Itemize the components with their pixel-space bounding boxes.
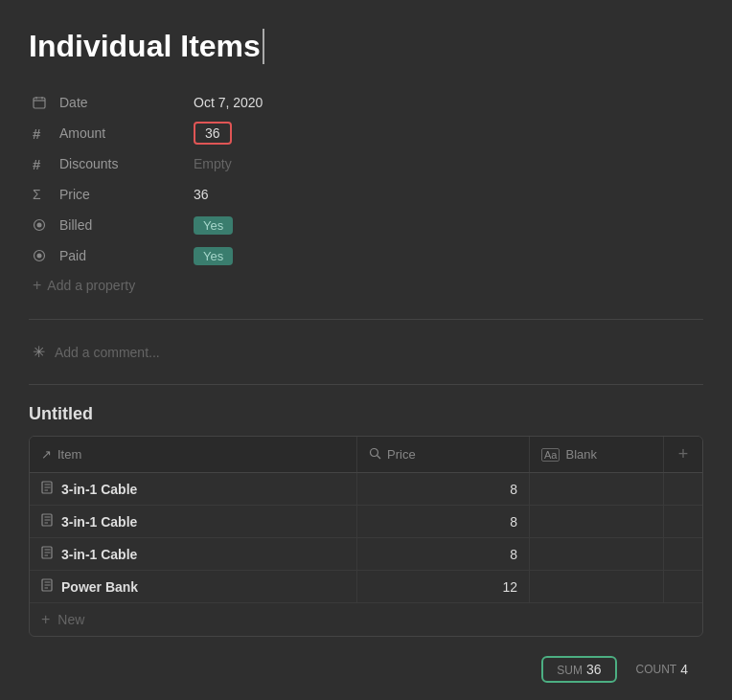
- add-property-plus-icon: +: [33, 277, 41, 294]
- add-property-label: Add a property: [47, 278, 135, 293]
- billed-property-row[interactable]: Billed Yes: [29, 210, 703, 240]
- doc-icon-2: [41, 513, 54, 530]
- billed-circle-icon: [33, 218, 59, 232]
- price-cell-3[interactable]: 8: [357, 538, 530, 570]
- amount-label: Amount: [59, 125, 194, 141]
- amount-badge: 36: [194, 122, 232, 145]
- billed-label: Billed: [59, 217, 194, 233]
- price-cell-4[interactable]: 12: [357, 571, 530, 602]
- extra-cell-3: [664, 538, 702, 570]
- column-blank-label: Blank: [565, 447, 597, 462]
- extra-cell-1: [664, 473, 702, 505]
- svg-point-7: [37, 254, 42, 259]
- table-row[interactable]: 3-in-1 Cable 8: [30, 538, 702, 571]
- arrow-up-right-icon: ↗: [41, 447, 52, 462]
- sum-value: 36: [586, 662, 602, 677]
- svg-line-9: [377, 455, 381, 459]
- price-value-1: 8: [510, 482, 517, 497]
- sum-label: SUM: [557, 664, 583, 677]
- text-icon: Aa: [541, 448, 560, 462]
- column-price-label: Price: [387, 447, 416, 462]
- database-section: Untitled ↗ Item Price Aa Blank +: [29, 404, 703, 694]
- svg-point-5: [37, 223, 42, 228]
- discounts-property-row[interactable]: # Discounts Empty: [29, 148, 703, 179]
- divider-2: [29, 384, 703, 385]
- table-row[interactable]: Power Bank 12: [30, 571, 702, 603]
- price-value-3: 8: [510, 547, 517, 562]
- count-section: COUNT 4: [636, 662, 688, 677]
- price-value-2: 8: [510, 514, 517, 530]
- blank-cell-3[interactable]: [530, 538, 664, 570]
- item-name-3: 3-in-1 Cable: [61, 547, 137, 562]
- table-row[interactable]: 3-in-1 Cable 8: [30, 473, 702, 506]
- date-property-row[interactable]: Date Oct 7, 2020: [29, 87, 703, 118]
- amount-value[interactable]: 36: [194, 125, 232, 141]
- new-row-button[interactable]: + New: [30, 603, 702, 636]
- page-title: Individual Items: [29, 29, 264, 64]
- paid-value[interactable]: Yes: [194, 248, 233, 263]
- sigma-icon: Σ: [33, 187, 59, 202]
- count-label: COUNT: [636, 663, 677, 676]
- doc-icon-4: [41, 578, 54, 595]
- table-row[interactable]: 3-in-1 Cable 8: [30, 506, 702, 538]
- doc-icon-3: [41, 546, 54, 562]
- database-title: Untitled: [29, 404, 703, 424]
- add-comment-row[interactable]: ✳ Add a comment...: [29, 335, 703, 369]
- column-item-label: Item: [57, 447, 81, 462]
- sum-badge: SUM36: [541, 656, 616, 683]
- column-header-item[interactable]: ↗ Item: [30, 437, 357, 472]
- blank-cell-1[interactable]: [530, 473, 664, 505]
- billed-badge: Yes: [194, 216, 233, 235]
- comment-asterisk-icon: ✳: [33, 343, 45, 361]
- item-name-4: Power Bank: [61, 579, 138, 595]
- extra-cell-2: [664, 506, 702, 537]
- discounts-hash-icon: #: [33, 156, 59, 172]
- database-table: ↗ Item Price Aa Blank +: [29, 436, 703, 637]
- extra-cell-4: [664, 571, 702, 602]
- paid-label: Paid: [59, 248, 194, 263]
- item-name-2: 3-in-1 Cable: [61, 514, 137, 530]
- divider: [29, 319, 703, 320]
- price-label: Price: [59, 187, 194, 202]
- add-column-button[interactable]: +: [664, 437, 702, 472]
- column-header-blank[interactable]: Aa Blank: [530, 437, 664, 472]
- item-cell-3[interactable]: 3-in-1 Cable: [30, 538, 357, 570]
- calendar-icon: [33, 96, 59, 109]
- price-property-row[interactable]: Σ Price 36: [29, 179, 703, 210]
- comment-placeholder: Add a comment...: [55, 345, 160, 360]
- price-cell-1[interactable]: 8: [357, 473, 530, 505]
- date-value[interactable]: Oct 7, 2020: [194, 95, 263, 110]
- svg-point-8: [371, 448, 378, 456]
- blank-cell-4[interactable]: [530, 571, 664, 602]
- amount-property-row[interactable]: # Amount 36: [29, 118, 703, 148]
- add-property-button[interactable]: + Add a property: [29, 271, 703, 300]
- price-value[interactable]: 36: [194, 187, 209, 202]
- item-cell-2[interactable]: 3-in-1 Cable: [30, 506, 357, 537]
- svg-rect-0: [34, 98, 45, 108]
- amount-hash-icon: #: [33, 125, 59, 142]
- billed-value[interactable]: Yes: [194, 217, 233, 233]
- paid-property-row[interactable]: Paid Yes: [29, 240, 703, 271]
- table-header: ↗ Item Price Aa Blank +: [30, 437, 702, 473]
- blank-cell-2[interactable]: [530, 506, 664, 537]
- discounts-label: Discounts: [59, 156, 194, 171]
- column-header-price[interactable]: Price: [357, 437, 530, 472]
- price-cell-2[interactable]: 8: [357, 506, 530, 537]
- new-row-plus-icon: +: [41, 611, 50, 628]
- price-value-4: 12: [502, 579, 517, 595]
- new-row-label: New: [57, 612, 84, 627]
- search-icon: [369, 447, 381, 463]
- count-value: 4: [680, 662, 688, 677]
- properties-section: Date Oct 7, 2020 # Amount 36 # Discounts…: [29, 87, 703, 300]
- table-footer: SUM36 COUNT 4: [29, 644, 703, 694]
- paid-circle-icon: [33, 249, 59, 262]
- discounts-value[interactable]: Empty: [194, 156, 232, 171]
- item-name-1: 3-in-1 Cable: [61, 482, 137, 497]
- paid-badge: Yes: [194, 247, 233, 265]
- date-label: Date: [59, 95, 194, 110]
- doc-icon-1: [41, 481, 54, 497]
- item-cell-4[interactable]: Power Bank: [30, 571, 357, 602]
- item-cell-1[interactable]: 3-in-1 Cable: [30, 473, 357, 505]
